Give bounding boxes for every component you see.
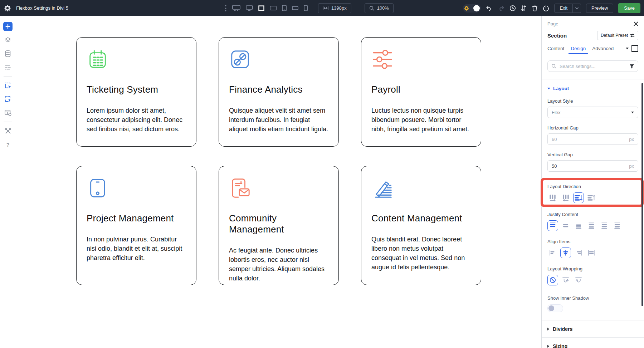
width-arrows-icon — [323, 6, 328, 10]
filter-funnel-icon[interactable] — [629, 64, 634, 69]
tab-content[interactable]: Content — [547, 46, 564, 54]
collapse-caret-icon — [547, 88, 550, 89]
device-desktop-icon[interactable] — [232, 5, 240, 11]
inner-shadow-label: Show Inner Shadow — [547, 295, 638, 301]
justify-start-icon-selected[interactable] — [547, 220, 558, 231]
inner-shadow-toggle[interactable] — [547, 304, 563, 312]
edit-pencil-icon — [371, 177, 394, 199]
vertical-gap-field[interactable]: 50 px — [547, 160, 638, 172]
select-module-icon[interactable] — [3, 81, 13, 90]
direction-row-reverse-icon[interactable] — [560, 192, 571, 203]
more-options-kebab-icon[interactable] — [225, 5, 227, 12]
trash-icon[interactable] — [532, 5, 538, 11]
wireframe-list-icon[interactable] — [3, 63, 13, 72]
device-phone-icon[interactable] — [304, 5, 308, 11]
align-stretch-icon[interactable] — [586, 247, 597, 258]
blurb-body: In non pulvinar purus. Curabitur nisi od… — [87, 235, 186, 263]
justify-end-icon[interactable] — [573, 220, 584, 231]
toolbar-divider — [4, 122, 12, 122]
settings-gear-icon[interactable] — [4, 5, 11, 11]
zoom-value: 100% — [377, 5, 389, 11]
align-center-icon-selected[interactable] — [560, 247, 571, 258]
device-phone-landscape-icon[interactable] — [292, 6, 298, 10]
align-start-icon[interactable] — [547, 247, 558, 258]
element-outline-icon[interactable] — [631, 45, 638, 52]
select-caret-icon — [631, 112, 634, 113]
wrap-icon[interactable] — [560, 275, 571, 285]
horizontal-gap-value: 60 — [552, 137, 557, 142]
wireframe-gear-icon — [464, 6, 469, 11]
dividers-section-header[interactable]: Dividers — [542, 320, 644, 337]
layout-style-label: Layout Style — [547, 98, 638, 104]
justify-content-label: Justify Content — [547, 212, 638, 217]
exit-button[interactable]: Exit — [554, 4, 573, 13]
align-items-options — [547, 247, 638, 258]
nowrap-icon-selected[interactable] — [547, 275, 558, 285]
tabs-dropdown-caret[interactable] — [626, 48, 629, 49]
expand-caret-icon — [547, 345, 549, 348]
wrap-reverse-icon[interactable] — [573, 275, 584, 285]
select-module-alt-icon[interactable] — [3, 94, 13, 104]
settings-search — [547, 60, 638, 72]
blurb-module-ticketing[interactable]: Ticketing System Lorem ipsum dolor sit a… — [76, 37, 196, 147]
layers-icon[interactable] — [3, 35, 13, 45]
search-input[interactable] — [559, 63, 627, 69]
tools-icon[interactable] — [3, 126, 13, 136]
align-end-icon[interactable] — [573, 247, 584, 258]
close-icon[interactable] — [634, 21, 638, 26]
layout-style-value: Flex — [552, 110, 561, 115]
preset-button[interactable]: Default Preset — [597, 31, 638, 40]
tab-advanced[interactable]: Advanced — [592, 46, 614, 54]
layout-library-icon[interactable] — [3, 108, 13, 117]
device-tablet-icon[interactable] — [282, 5, 287, 11]
wireframe-mode-toggle[interactable] — [463, 4, 481, 13]
blurb-module-project[interactable]: Project Management In non pulvinar purus… — [76, 166, 196, 285]
add-module-button[interactable] — [3, 22, 13, 31]
device-laptop-icon-active[interactable] — [258, 5, 264, 11]
layout-style-select[interactable]: Flex — [547, 107, 638, 118]
justify-space-between-icon[interactable] — [586, 220, 597, 231]
tablet-device-icon — [87, 177, 109, 199]
portability-power-icon[interactable] — [543, 5, 549, 11]
preview-button[interactable]: Preview — [586, 4, 613, 13]
sort-layers-icon[interactable] — [521, 5, 527, 11]
document-mail-icon — [229, 177, 251, 199]
blurb-body: Quisque aliquet velit sit amet sem inter… — [229, 106, 328, 134]
canvas-width-control[interactable]: 1398px — [318, 3, 351, 13]
undo-icon[interactable] — [486, 6, 493, 11]
justify-space-around-icon[interactable] — [599, 220, 610, 231]
blurb-module-content[interactable]: Content Management Quis blandit erat. Do… — [361, 166, 481, 285]
device-monitor-icon[interactable] — [246, 5, 253, 11]
justify-center-icon[interactable] — [560, 220, 571, 231]
blurb-module-payroll[interactable]: Payroll Luctus lectus non quisque turpis… — [361, 37, 481, 147]
zoom-control[interactable]: 100% — [365, 3, 394, 13]
layout-group-header[interactable]: Layout — [547, 86, 638, 91]
direction-row-icon[interactable] — [547, 192, 558, 203]
justify-content-options — [547, 220, 638, 231]
tab-design[interactable]: Design — [571, 46, 586, 54]
panel-scrollbar[interactable] — [641, 83, 643, 306]
history-clock-icon[interactable] — [509, 5, 516, 11]
left-toolbar: ? — [0, 16, 16, 348]
save-button[interactable]: Save — [618, 3, 640, 13]
blurb-title: Community Management — [229, 213, 328, 235]
vertical-gap-label: Vertical Gap — [547, 152, 638, 157]
help-icon[interactable]: ? — [3, 140, 13, 149]
breadcrumb[interactable]: Page — [547, 21, 558, 26]
device-tablet-landscape-icon[interactable] — [270, 6, 277, 10]
vertical-gap-value: 50 — [552, 163, 557, 169]
blurb-title: Content Management — [371, 213, 471, 224]
redo-icon[interactable] — [498, 6, 504, 11]
direction-column-reverse-icon[interactable] — [586, 192, 597, 203]
blurb-module-finance[interactable]: Finance Analytics Quisque aliquet velit … — [219, 37, 339, 147]
exit-dropdown-caret[interactable] — [573, 4, 581, 13]
sizing-section-header[interactable]: Sizing — [542, 338, 644, 348]
direction-column-icon-selected[interactable] — [573, 192, 584, 203]
layout-wrapping-options — [547, 275, 638, 285]
blurb-module-community[interactable]: Community Management Ac feugiat ante. Do… — [219, 166, 339, 285]
layout-direction-label: Layout Direction — [547, 184, 638, 189]
page-canvas: Ticketing System Lorem ipsum dolor sit a… — [16, 16, 541, 348]
database-icon[interactable] — [3, 49, 13, 58]
justify-space-evenly-icon[interactable] — [612, 220, 623, 231]
horizontal-gap-field[interactable]: 60 px — [547, 133, 638, 145]
